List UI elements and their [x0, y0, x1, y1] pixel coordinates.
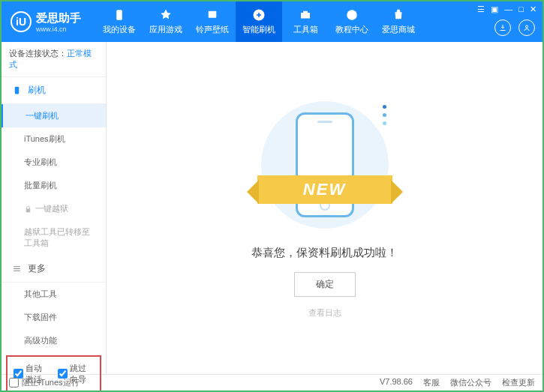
window-controls: ☰ ▣ — □ ✕ — [477, 4, 536, 14]
phone-icon — [12, 85, 22, 95]
user-icon[interactable] — [518, 19, 535, 36]
brand-subtitle: www.i4.cn — [36, 25, 81, 33]
tab-toolbox[interactable]: 工具箱 — [282, 1, 329, 42]
sidebar-item-itunes-flash[interactable]: iTunes刷机 — [2, 127, 106, 151]
download-icon[interactable] — [494, 19, 511, 36]
sidebar-item-other-tools[interactable]: 其他工具 — [2, 283, 106, 306]
svg-point-3 — [526, 25, 528, 28]
tab-my-device[interactable]: 我的设备 — [96, 1, 143, 42]
brand-logo: iU 爱思助手 www.i4.cn — [2, 11, 90, 33]
maximize-icon[interactable]: □ — [518, 4, 524, 14]
tab-apps-games[interactable]: 应用游戏 — [143, 1, 189, 42]
sidebar-jailbreak-note: 越狱工具已转移至 工具箱 — [2, 220, 106, 256]
app-window: iU 爱思助手 www.i4.cn 我的设备 应用游戏 铃声壁纸 智能刷机 工具… — [0, 0, 544, 392]
success-illustration: NEW — [250, 97, 400, 232]
tab-store[interactable]: 爱思商城 — [375, 1, 422, 42]
sidebar-section-jailbreak: 一键越狱 — [2, 197, 106, 220]
sidebar-item-oneclick-flash[interactable]: 一键刷机 — [2, 104, 106, 127]
sidebar: 设备连接状态：正常模式 刷机 一键刷机 iTunes刷机 专业刷机 批量刷机 一… — [2, 42, 107, 374]
sidebar-item-batch-flash[interactable]: 批量刷机 — [2, 174, 106, 197]
tab-tutorials[interactable]: 教程中心 — [329, 1, 375, 42]
svg-point-2 — [347, 10, 357, 20]
svg-rect-4 — [15, 87, 19, 94]
nav-tabs: 我的设备 应用游戏 铃声壁纸 智能刷机 工具箱 教程中心 爱思商城 — [96, 1, 422, 42]
sidebar-section-flash[interactable]: 刷机 — [2, 77, 106, 104]
header: iU 爱思助手 www.i4.cn 我的设备 应用游戏 铃声壁纸 智能刷机 工具… — [2, 1, 542, 42]
tab-ringtones[interactable]: 铃声壁纸 — [189, 1, 236, 42]
brand-title: 爱思助手 — [36, 11, 81, 25]
sidebar-section-more[interactable]: 更多 — [2, 256, 106, 283]
success-message: 恭喜您，保资料刷机成功啦！ — [251, 246, 398, 260]
skin-icon[interactable]: ▣ — [491, 4, 498, 14]
menu-icon[interactable]: ☰ — [477, 4, 485, 14]
main-content: NEW 恭喜您，保资料刷机成功啦！ 确定 查看日志 — [107, 42, 542, 374]
check-update-link[interactable]: 检查更新 — [502, 377, 535, 388]
sidebar-item-advanced[interactable]: 高级功能 — [2, 329, 106, 352]
ok-button[interactable]: 确定 — [294, 272, 356, 297]
logo-icon: iU — [11, 11, 32, 32]
svg-rect-1 — [209, 11, 217, 18]
tab-smart-flash[interactable]: 智能刷机 — [236, 1, 282, 42]
lock-icon — [24, 205, 32, 214]
minimize-icon[interactable]: — — [504, 4, 512, 14]
wechat-link[interactable]: 微信公众号 — [450, 377, 491, 388]
new-ribbon: NEW — [257, 175, 392, 204]
sidebar-item-pro-flash[interactable]: 专业刷机 — [2, 151, 106, 174]
menu-bars-icon — [12, 264, 22, 274]
view-log-link[interactable]: 查看日志 — [308, 307, 341, 319]
sidebar-item-download-firmware[interactable]: 下载固件 — [2, 306, 106, 329]
close-icon[interactable]: ✕ — [530, 4, 536, 14]
block-itunes-checkbox[interactable]: 阻止iTunes运行 — [9, 377, 80, 388]
version-label: V7.98.66 — [380, 377, 413, 388]
device-status: 设备连接状态：正常模式 — [2, 42, 106, 77]
customer-service-link[interactable]: 客服 — [423, 377, 440, 388]
svg-rect-0 — [116, 10, 122, 20]
